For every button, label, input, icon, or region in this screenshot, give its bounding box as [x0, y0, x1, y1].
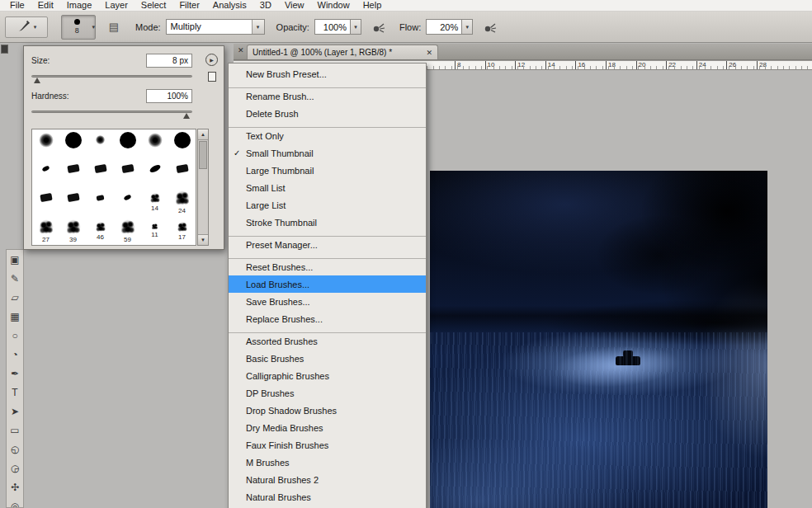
zoom-tool[interactable]: ◎: [7, 496, 23, 508]
flyout-menu-item[interactable]: New Brush Preset...: [229, 65, 426, 82]
document-canvas[interactable]: [430, 171, 767, 508]
flyout-menu-item[interactable]: Stroke Thumbnail: [229, 214, 426, 231]
document-tab[interactable]: Untitled-1 @ 100% (Layer 1, RGB/8) * ✕: [247, 45, 438, 59]
airbrush-toggle-icon[interactable]: [481, 18, 499, 36]
flyout-menu-item[interactable]: Rename Brush...: [229, 87, 426, 105]
brush-preset[interactable]: 39: [59, 216, 87, 245]
brush-preset[interactable]: [114, 129, 141, 158]
menu-item[interactable]: Layer: [98, 0, 135, 11]
flyout-menu-item[interactable]: Small List: [229, 179, 426, 196]
brush-preset[interactable]: 24: [168, 187, 196, 216]
new-preset-icon[interactable]: [208, 72, 216, 82]
menu-item[interactable]: Filter: [172, 0, 205, 11]
hardness-slider-thumb[interactable]: [183, 113, 190, 119]
tool-preset-picker[interactable]: ▾: [5, 16, 48, 38]
brush-preset[interactable]: [141, 158, 168, 187]
3d-orbit-tool[interactable]: ◶: [7, 459, 23, 477]
flyout-menu-item[interactable]: Preset Manager...: [229, 236, 426, 253]
type-tool[interactable]: T: [7, 383, 23, 402]
brush-preset[interactable]: 14: [141, 187, 168, 216]
flyout-menu-item[interactable]: Natural Brushes: [229, 488, 426, 506]
history-brush-tool[interactable]: ✎: [7, 269, 23, 288]
brush-preset[interactable]: [168, 158, 196, 187]
menu-item[interactable]: Window: [311, 0, 356, 11]
flyout-menu-item[interactable]: Basic Brushes: [229, 350, 426, 367]
brush-preset[interactable]: 11: [141, 216, 168, 245]
brush-preset[interactable]: [168, 129, 196, 158]
menu-item[interactable]: File: [3, 0, 31, 11]
menu-item[interactable]: Image: [60, 0, 99, 11]
brush-preset[interactable]: [141, 129, 168, 158]
flyout-menu-item[interactable]: Drop Shadow Brushes: [229, 402, 426, 419]
brush-preset[interactable]: [32, 129, 59, 158]
gradient-tool[interactable]: ▦: [7, 307, 23, 326]
flyout-menu-item[interactable]: Large List: [229, 196, 426, 214]
3d-rotate-tool[interactable]: ◵: [7, 440, 23, 459]
brush-preset[interactable]: [87, 129, 114, 158]
hand-tool[interactable]: ✣: [7, 477, 23, 496]
size-slider-thumb[interactable]: [34, 78, 40, 83]
flyout-menu-item[interactable]: Replace Brushes...: [229, 310, 426, 327]
hardness-slider[interactable]: [31, 111, 192, 113]
flyout-menu-item[interactable]: Delete Brush: [229, 105, 426, 122]
flow-slider-arrow-icon[interactable]: ▾: [462, 19, 473, 35]
flyout-menu-item[interactable]: Reset Brushes...: [229, 258, 426, 275]
menu-item[interactable]: View: [278, 0, 311, 11]
chevron-down-icon[interactable]: ▾: [252, 20, 264, 34]
toggle-brushes-panel-button[interactable]: ▤: [104, 17, 124, 37]
flyout-menu-item[interactable]: ✓ Small Thumbnail: [229, 144, 426, 162]
scrollbar-thumb[interactable]: [199, 141, 207, 169]
flyout-menu-item[interactable]: Natural Brushes 2: [229, 471, 426, 488]
brush-preset[interactable]: [114, 158, 141, 187]
panel-flyout-menu-button[interactable]: ▶: [205, 53, 219, 66]
brush-preset[interactable]: [114, 187, 141, 216]
opacity-input[interactable]: 100%: [314, 19, 351, 35]
size-slider[interactable]: [31, 75, 192, 78]
brush-preset[interactable]: 17: [168, 216, 196, 245]
menu-item[interactable]: 3D: [253, 0, 278, 11]
brush-preset-picker-button[interactable]: 8 ▾: [61, 15, 96, 40]
brush-preset[interactable]: 59: [114, 216, 141, 245]
flyout-menu-item[interactable]: Calligraphic Brushes: [229, 367, 426, 384]
menu-item[interactable]: Help: [356, 0, 389, 11]
brush-preset[interactable]: 27: [32, 216, 59, 245]
brush-preset[interactable]: 46: [87, 216, 114, 245]
tablet-pressure-opacity-icon[interactable]: [370, 18, 388, 36]
clone-stamp-tool[interactable]: ▣: [7, 250, 23, 269]
pen-tool[interactable]: ✒: [7, 364, 23, 383]
brush-preset[interactable]: [32, 187, 59, 216]
path-selection-tool[interactable]: ➤: [7, 402, 23, 421]
flyout-menu-item[interactable]: DP Brushes: [229, 384, 426, 402]
close-icon[interactable]: ✕: [426, 49, 432, 57]
brush-preset[interactable]: [87, 158, 114, 187]
flyout-menu-item[interactable]: M Brushes: [229, 454, 426, 471]
size-input[interactable]: 8 px: [146, 54, 192, 68]
shape-tool[interactable]: ▭: [7, 421, 23, 440]
hardness-input[interactable]: 100%: [146, 89, 192, 103]
menu-item[interactable]: Edit: [31, 0, 60, 11]
brush-preset[interactable]: [59, 187, 87, 216]
blur-tool[interactable]: ○: [7, 326, 23, 345]
opacity-slider-arrow-icon[interactable]: ▾: [351, 19, 361, 35]
flow-input[interactable]: 20%: [426, 19, 462, 35]
flyout-menu-item[interactable]: Large Thumbnail: [229, 162, 426, 179]
menu-item[interactable]: Select: [135, 0, 173, 11]
brush-preset[interactable]: [87, 187, 114, 216]
panel-dock-icon[interactable]: [1, 45, 8, 54]
menu-item[interactable]: Analysis: [206, 0, 253, 11]
tab-strip-close-icon[interactable]: ✕: [238, 46, 244, 54]
brush-preset[interactable]: [32, 158, 59, 187]
flyout-menu-item[interactable]: Faux Finish Brushes: [229, 436, 426, 454]
scroll-down-icon[interactable]: ▼: [198, 234, 208, 245]
blend-mode-select[interactable]: Multiply ▾: [166, 19, 265, 35]
scroll-up-icon[interactable]: ▲: [198, 129, 208, 140]
flyout-menu-item[interactable]: Dry Media Brushes: [229, 419, 426, 436]
flyout-menu-item[interactable]: Save Brushes...: [229, 293, 426, 310]
scrollbar[interactable]: ▲ ▼: [197, 129, 209, 246]
flyout-menu-item[interactable]: Text Only: [229, 127, 426, 144]
brush-preset[interactable]: [59, 129, 87, 158]
eraser-tool[interactable]: ▱: [7, 288, 23, 307]
dodge-tool[interactable]: ◔: [7, 345, 23, 364]
flyout-menu-item[interactable]: Assorted Brushes: [229, 332, 426, 350]
brush-preset[interactable]: [59, 158, 87, 187]
